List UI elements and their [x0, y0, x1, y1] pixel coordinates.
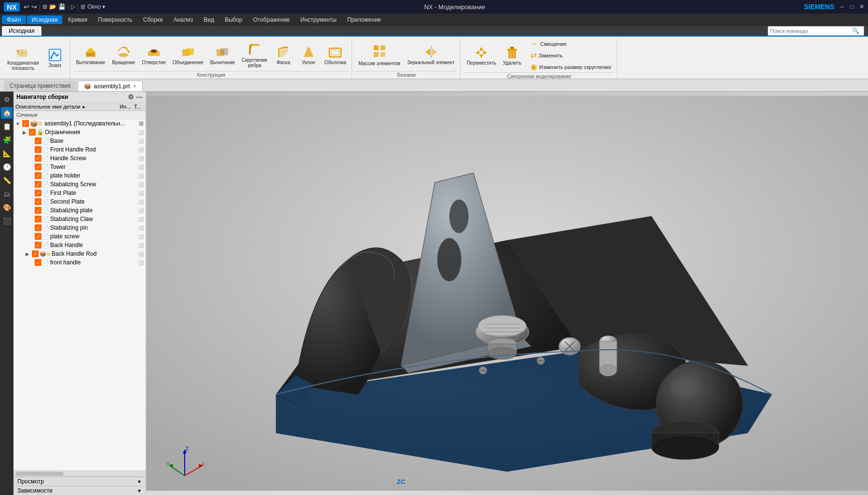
- horizontal-scrollbar[interactable]: [14, 470, 146, 476]
- menu-surface[interactable]: Поверхность: [93, 15, 137, 24]
- tree-item-back-handle[interactable]: ✓ 📄 Back Handle ⬜: [14, 241, 146, 249]
- close-btn[interactable]: ✕: [859, 3, 864, 10]
- preview-panel-header[interactable]: Просмотр ▼: [14, 477, 146, 486]
- toolbar-new[interactable]: ⊞: [42, 3, 47, 10]
- side-icon-layer[interactable]: 🗂: [1, 188, 13, 200]
- scroll-thumb[interactable]: [15, 472, 64, 476]
- tree-item-base[interactable]: ✓ 📄 Base ⬜: [14, 137, 146, 145]
- constraints-expand-icon[interactable]: ▶: [21, 130, 28, 135]
- btn-resize-fillet[interactable]: ◉ Изменить размер скругления: [528, 61, 614, 72]
- menu-analysis[interactable]: Анализ: [169, 15, 198, 24]
- bhr-expand-icon[interactable]: ▶: [24, 251, 31, 257]
- tree-item-handle-screw[interactable]: ✓ 📄 Handle Screw ⬜: [14, 154, 146, 163]
- tree-item-front-handle-rod[interactable]: ✓ 📄 Front Handle Rod ⬜: [14, 145, 146, 154]
- tree-item-stab-claw[interactable]: ✓ 📄 Stabalizing Claw ⬜: [14, 215, 146, 223]
- tree-item-tower[interactable]: ✓ 📄 Tower ⬜: [14, 163, 146, 171]
- btn-fillet[interactable]: Скруглениеребра: [239, 41, 270, 69]
- ribbon-tab-home[interactable]: Исходная: [2, 26, 41, 36]
- constraints-checkbox[interactable]: ✓: [29, 129, 36, 136]
- btn-draft[interactable]: Уклон: [297, 43, 320, 67]
- btn-coordinate-plane[interactable]: Координатнаяплоскость: [5, 43, 41, 72]
- side-icon-search[interactable]: 🏠: [1, 107, 13, 119]
- btn-mirror[interactable]: Зеркальный элемент: [405, 43, 457, 67]
- tree-item-first-plate[interactable]: ✓ 📄 First Plate ⬜: [14, 189, 146, 197]
- tree-root[interactable]: ▼ ✓ 📦 ⚙ assembly1 (Последовательн... ⊞: [14, 119, 146, 128]
- toolbar-open[interactable]: 📂: [49, 3, 56, 10]
- item-fp-checkbox[interactable]: ✓: [35, 190, 41, 196]
- tree-item-second-plate[interactable]: ✓ 📄 Second Plate ⬜: [14, 197, 146, 206]
- menu-assembly[interactable]: Сборки: [138, 15, 168, 24]
- root-expand-icon[interactable]: ▼: [14, 121, 21, 126]
- item-tower-checkbox[interactable]: ✓: [35, 164, 41, 170]
- tree-item-back-handle-rod[interactable]: ▶ ✓ 📦 ⚙ Back Handle Rod ⬜: [14, 249, 146, 258]
- col-name[interactable]: Описательное имя детали ▲: [14, 103, 118, 110]
- minimize-btn[interactable]: ─: [840, 3, 844, 10]
- btn-delete[interactable]: Удалить: [501, 43, 524, 68]
- menu-display[interactable]: Отображение: [248, 15, 295, 24]
- item-ph-checkbox[interactable]: ✓: [35, 172, 41, 179]
- tree-item-stab-pin[interactable]: ✓ 📄 Stabalizing pin ⬜: [14, 223, 146, 232]
- navigator-settings-icon[interactable]: ⚙: [128, 93, 134, 101]
- side-icon-measure[interactable]: 📏: [1, 175, 13, 186]
- item-stabp-checkbox[interactable]: ✓: [35, 207, 41, 214]
- btn-revolve[interactable]: Вращение: [109, 43, 137, 67]
- root-action-icon[interactable]: ⊞: [139, 120, 144, 127]
- side-icon-home[interactable]: 📋: [1, 121, 13, 132]
- menu-curve[interactable]: Кривая: [63, 15, 92, 24]
- command-search[interactable]: 🔍: [768, 26, 864, 36]
- side-icon-components[interactable]: 📐: [1, 148, 13, 159]
- menu-source[interactable]: Исходная: [27, 15, 63, 24]
- item-hs-checkbox[interactable]: ✓: [35, 155, 41, 162]
- navigator-minimize-icon[interactable]: —: [136, 93, 143, 101]
- menu-select[interactable]: Выбор: [220, 15, 247, 24]
- tab-welcome[interactable]: Страница приветствия: [4, 81, 77, 91]
- side-icon-settings[interactable]: ⚙: [1, 94, 13, 105]
- btn-replace[interactable]: ⇄ Заменить: [528, 50, 614, 61]
- item-pscrew-checkbox[interactable]: ✓: [35, 233, 41, 240]
- btn-union[interactable]: Объединение: [170, 43, 206, 67]
- btn-chamfer[interactable]: Фаска: [272, 43, 295, 67]
- maximize-btn[interactable]: □: [850, 3, 854, 10]
- toolbar-play[interactable]: ▷: [71, 3, 75, 10]
- tree-item-constraints[interactable]: ▶ ✓ 🔒 Ограничения ⬜: [14, 128, 146, 137]
- side-icon-history[interactable]: 🕐: [1, 161, 13, 173]
- btn-offset[interactable]: ↔ Смещение: [528, 39, 614, 49]
- menu-tools[interactable]: Инструменты: [296, 15, 341, 24]
- btn-extrude[interactable]: Вытягивание: [74, 43, 108, 67]
- window-label[interactable]: Окно ▾: [87, 3, 105, 10]
- toolbar-undo[interactable]: ↩: [24, 3, 29, 11]
- menu-file[interactable]: Файл: [2, 15, 26, 24]
- tab-assembly-close[interactable]: ✕: [133, 83, 136, 89]
- btn-move[interactable]: Переместить: [464, 43, 499, 68]
- btn-sketch[interactable]: Эскиз: [43, 46, 67, 70]
- btn-pattern[interactable]: Массив элементов: [356, 42, 403, 68]
- item-sc-checkbox[interactable]: ✓: [35, 216, 41, 222]
- tree-item-stab-screw[interactable]: ✓ 📄 Stabalizing Screw ⬜: [14, 180, 146, 189]
- btn-shell[interactable]: Оболочка: [322, 43, 349, 67]
- search-input[interactable]: [768, 28, 850, 34]
- toolbar-save[interactable]: 💾: [58, 3, 66, 10]
- item-fhr-checkbox[interactable]: ✓: [35, 146, 41, 153]
- tree-item-front-handle[interactable]: ✓ 📄 front handle ⬜: [14, 258, 146, 267]
- btn-hole[interactable]: Отверстие: [139, 43, 168, 67]
- side-icon-parts[interactable]: 🧩: [1, 134, 13, 146]
- item-spin-checkbox[interactable]: ✓: [35, 224, 41, 231]
- 3d-viewport[interactable]: Z X Y ZC: [146, 92, 868, 495]
- item-fh-checkbox[interactable]: ✓: [35, 259, 41, 266]
- tab-assembly[interactable]: 📦 assembly1.prt ✕: [78, 81, 143, 91]
- tree-item-stab-plate[interactable]: ✓ 📄 Stabalizing plate ⬜: [14, 206, 146, 215]
- menu-view[interactable]: Вид: [199, 15, 219, 24]
- item-ss-checkbox[interactable]: ✓: [35, 181, 41, 188]
- item-sp-checkbox[interactable]: ✓: [35, 198, 41, 205]
- menu-app[interactable]: Приложение: [342, 15, 386, 24]
- tree-item-plate-holder[interactable]: ✓ 📄 plate holder ⬜: [14, 171, 146, 180]
- side-icon-color[interactable]: 🎨: [1, 202, 13, 213]
- toolbar-window-toggle[interactable]: ⊞: [81, 3, 85, 10]
- preview-collapse-icon[interactable]: ▼: [137, 479, 142, 484]
- root-checkbox[interactable]: ✓: [22, 120, 29, 127]
- dependencies-panel-header[interactable]: Зависимости ▼: [14, 486, 146, 495]
- side-icon-extra[interactable]: ⬛: [1, 215, 13, 227]
- toolbar-redo[interactable]: ↪: [31, 3, 37, 11]
- item-bh-checkbox[interactable]: ✓: [35, 242, 41, 248]
- item-base-checkbox[interactable]: ✓: [35, 138, 41, 144]
